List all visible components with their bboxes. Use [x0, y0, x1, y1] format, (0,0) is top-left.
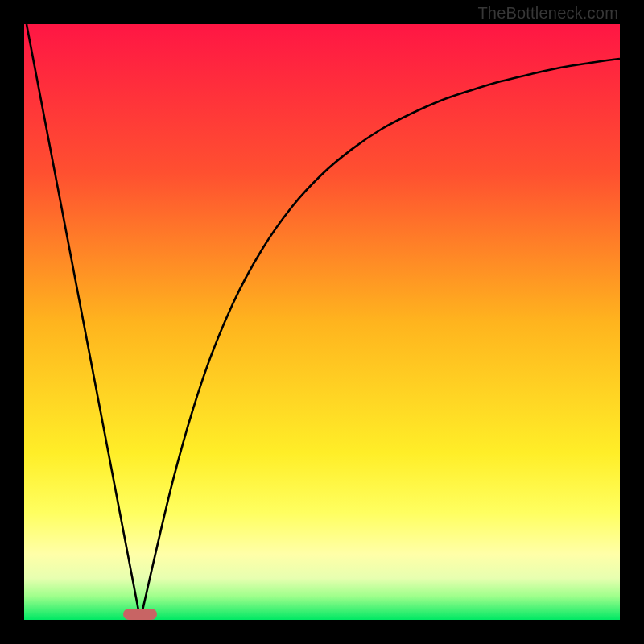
- vertex-marker: [123, 609, 157, 620]
- plot-area: [24, 24, 620, 620]
- svg-rect-0: [24, 24, 620, 620]
- watermark-text: TheBottleneck.com: [477, 4, 618, 23]
- chart-frame: TheBottleneck.com: [0, 0, 644, 644]
- background-gradient: [24, 24, 620, 620]
